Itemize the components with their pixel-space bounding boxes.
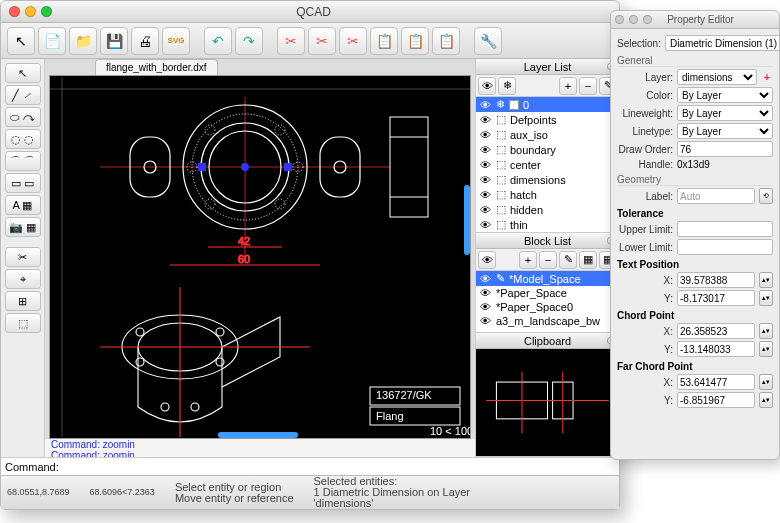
close-icon[interactable] [9,6,20,17]
stepper-icon[interactable]: ▴▾ [759,290,773,306]
color-dropdown[interactable]: By Layer [677,87,773,103]
list-item[interactable]: 👁⬚hatch [476,187,619,202]
undo-button[interactable]: ↶ [204,27,232,55]
chord-x-field[interactable]: 26.358523 [677,323,755,339]
svg-point-20 [275,199,285,209]
print-button[interactable]: 🖨 [131,27,159,55]
dim-60: 60 [238,253,250,265]
zoom-icon[interactable] [643,15,652,24]
selection-dropdown[interactable]: Diametric Dimension (1) [665,35,779,51]
drawing-canvas[interactable]: 42 60 [49,75,471,439]
stepper-icon[interactable]: ▴▾ [759,374,773,390]
list-item[interactable]: 👁❄0 [476,97,619,112]
label-field[interactable]: Auto [677,188,755,204]
hscrollbar[interactable] [218,432,298,438]
cut-button[interactable]: ✂ [277,27,305,55]
layer-add-button[interactable]: + [559,77,577,95]
svg-point-35 [191,403,199,411]
list-item[interactable]: 👁⬚aux_iso [476,127,619,142]
tool-block[interactable]: ⬚ [5,313,41,333]
pointer-button[interactable]: ↖ [7,27,35,55]
layer-freeze-icon[interactable]: ❄ [498,77,516,95]
list-item[interactable]: 👁*Paper_Space0 [476,300,619,314]
block-visibility-icon[interactable]: 👁 [478,251,496,269]
paste2-button[interactable]: 📋 [401,27,429,55]
stepper-icon[interactable]: ▴▾ [759,323,773,339]
tool-trim[interactable]: ✂ [5,247,41,267]
block-edit-button[interactable]: ✎ [559,251,577,269]
tool-line[interactable]: ╱ ⟋ [5,85,41,105]
farchord-y-field[interactable]: -6.851967 [677,392,755,408]
block-add-button[interactable]: + [519,251,537,269]
paste-button[interactable]: 📋 [370,27,398,55]
linetype-dropdown[interactable]: By Layer [677,123,773,139]
command-input[interactable] [63,461,615,473]
layer-tools: 👁 ❄ + − ✎ [476,75,619,97]
tool-image[interactable]: 📷 ▦ [5,217,41,237]
block-remove-button[interactable]: − [539,251,557,269]
left-toolbox: ↖ ╱ ⟋ ⬭ ↷ ◌ ◌ ⌒ ⌒ ▭ ▭ A ▦ 📷 ▦ ✂ ⌖ ⊞ ⬚ [1,59,45,457]
cut2-button[interactable]: ✂ [308,27,336,55]
add-layer-icon[interactable]: + [761,71,773,83]
layer-visibility-icon[interactable]: 👁 [478,77,496,95]
upper-limit-field[interactable] [677,221,773,237]
textpos-x-field[interactable]: 39.578388 [677,272,755,288]
close-icon[interactable] [615,15,624,24]
svg-rect-12 [198,163,206,171]
list-item[interactable]: 👁✎*Model_Space [476,271,619,286]
document-tabs: flange_with_border.dxf [45,59,475,75]
draworder-field[interactable]: 76 [677,141,773,157]
list-item[interactable]: 👁⬚Defpoints [476,112,619,127]
progress-text: 10 < 100 [430,425,470,437]
paste3-button[interactable]: 📋 [432,27,460,55]
svg-point-34 [161,403,169,411]
list-item[interactable]: 👁⬚hidden [476,202,619,217]
svg-export-button[interactable]: SVG [162,27,190,55]
tool-text[interactable]: A ▦ [5,195,41,215]
tool-arc[interactable]: ⌒ ⌒ [5,151,41,171]
settings-button[interactable]: 🔧 [474,27,502,55]
farchord-x-field[interactable]: 53.641477 [677,374,755,390]
tool-rect[interactable]: ▭ ▭ [5,173,41,193]
layer-remove-button[interactable]: − [579,77,597,95]
lower-limit-field[interactable] [677,239,773,255]
stepper-icon[interactable]: ▴▾ [759,341,773,357]
block-list[interactable]: 👁✎*Model_Space 👁*Paper_Space 👁*Paper_Spa… [476,271,619,332]
block-insert-button[interactable]: ▦ [579,251,597,269]
new-button[interactable]: 📄 [38,27,66,55]
layer-dropdown[interactable]: dimensions [677,69,757,85]
tool-ellipse[interactable]: ⬭ ↷ [5,107,41,127]
tab-document[interactable]: flange_with_border.dxf [95,59,218,75]
minimize-icon[interactable] [629,15,638,24]
textpos-y-field[interactable]: -8.173017 [677,290,755,306]
chord-y-field[interactable]: -13.148033 [677,341,755,357]
list-item[interactable]: 👁⬚center [476,157,619,172]
minimize-icon[interactable] [25,6,36,17]
section-tolerance: Tolerance [617,208,773,219]
stepper-icon[interactable]: ▴▾ [759,392,773,408]
zoom-icon[interactable] [41,6,52,17]
list-item[interactable]: 👁a3_m_landscape_bw [476,314,619,328]
section-textpos: Text Position [617,259,773,270]
tool-select[interactable]: ↖ [5,63,41,83]
section-farchord: Far Chord Point [617,361,773,372]
open-button[interactable]: 📁 [69,27,97,55]
list-item[interactable]: 👁⬚thin [476,217,619,232]
tool-circle[interactable]: ◌ ◌ [5,129,41,149]
cmd-history-1: Command: zoomin [45,439,475,450]
cut3-button[interactable]: ✂ [339,27,367,55]
layer-list[interactable]: 👁❄0 👁⬚Defpoints 👁⬚aux_iso 👁⬚boundary 👁⬚c… [476,97,619,232]
right-palettes: Layer List⊙ 👁 ❄ + − ✎ 👁❄0 👁⬚Defpoints 👁⬚… [475,59,619,457]
tool-snap[interactable]: ⌖ [5,269,41,289]
list-item[interactable]: 👁⬚dimensions [476,172,619,187]
label-reset-button[interactable]: ⟲ [759,188,773,204]
stepper-icon[interactable]: ▴▾ [759,272,773,288]
list-item[interactable]: 👁*Paper_Space [476,286,619,300]
lineweight-dropdown[interactable]: By Layer [677,105,773,121]
tool-grid[interactable]: ⊞ [5,291,41,311]
list-item[interactable]: 👁⬚boundary [476,142,619,157]
redo-button[interactable]: ↷ [235,27,263,55]
vscrollbar[interactable] [464,185,470,255]
save-button[interactable]: 💾 [100,27,128,55]
center-area: flange_with_border.dxf [45,59,475,457]
